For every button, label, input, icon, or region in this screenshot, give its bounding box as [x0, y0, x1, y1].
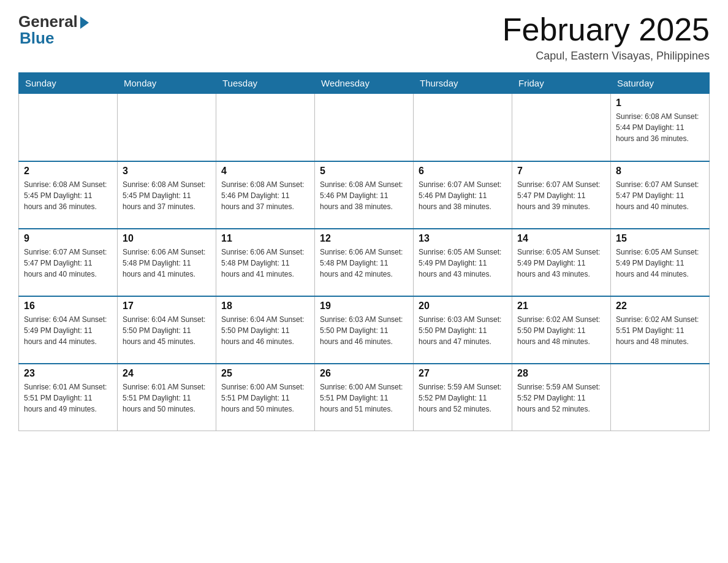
calendar-cell: 12Sunrise: 6:06 AM Sunset: 5:48 PM Dayli… — [315, 229, 414, 296]
logo-blue-text: Blue — [20, 29, 54, 48]
day-info-text: Sunrise: 6:08 AM Sunset: 5:45 PM Dayligh… — [24, 179, 112, 212]
day-info-text: Sunrise: 6:06 AM Sunset: 5:48 PM Dayligh… — [320, 247, 408, 280]
calendar-cell: 11Sunrise: 6:06 AM Sunset: 5:48 PM Dayli… — [216, 229, 315, 296]
day-number: 2 — [24, 166, 112, 177]
day-info-text: Sunrise: 6:08 AM Sunset: 5:45 PM Dayligh… — [123, 179, 211, 212]
day-info-text: Sunrise: 6:05 AM Sunset: 5:49 PM Dayligh… — [419, 247, 507, 280]
day-info-text: Sunrise: 5:59 AM Sunset: 5:52 PM Dayligh… — [517, 381, 605, 415]
month-title: February 2025 — [502, 12, 710, 47]
day-info-text: Sunrise: 5:59 AM Sunset: 5:52 PM Dayligh… — [419, 381, 507, 415]
calendar-cell: 7Sunrise: 6:07 AM Sunset: 5:47 PM Daylig… — [512, 161, 611, 229]
day-info-text: Sunrise: 6:03 AM Sunset: 5:50 PM Dayligh… — [320, 314, 408, 347]
day-of-week-header: Tuesday — [216, 73, 315, 94]
day-info-text: Sunrise: 6:02 AM Sunset: 5:50 PM Dayligh… — [517, 314, 605, 347]
calendar-cell: 10Sunrise: 6:06 AM Sunset: 5:48 PM Dayli… — [118, 229, 216, 296]
calendar-cell — [118, 94, 216, 161]
calendar-week-row: 23Sunrise: 6:01 AM Sunset: 5:51 PM Dayli… — [19, 364, 710, 431]
day-number: 24 — [123, 368, 211, 379]
calendar-cell: 13Sunrise: 6:05 AM Sunset: 5:49 PM Dayli… — [414, 229, 512, 296]
day-of-week-header: Friday — [512, 73, 611, 94]
calendar-cell: 20Sunrise: 6:03 AM Sunset: 5:50 PM Dayli… — [414, 296, 512, 364]
day-number: 18 — [221, 301, 309, 312]
day-of-week-header: Saturday — [611, 73, 710, 94]
day-info-text: Sunrise: 6:07 AM Sunset: 5:47 PM Dayligh… — [24, 247, 112, 280]
calendar-cell: 4Sunrise: 6:08 AM Sunset: 5:46 PM Daylig… — [216, 161, 315, 229]
day-of-week-header: Thursday — [414, 73, 512, 94]
day-number: 13 — [419, 233, 507, 244]
calendar-cell — [512, 94, 611, 161]
day-info-text: Sunrise: 6:00 AM Sunset: 5:51 PM Dayligh… — [320, 381, 408, 415]
title-block: February 2025 Capul, Eastern Visayas, Ph… — [502, 12, 710, 63]
calendar-cell: 24Sunrise: 6:01 AM Sunset: 5:51 PM Dayli… — [118, 364, 216, 431]
calendar-cell: 17Sunrise: 6:04 AM Sunset: 5:50 PM Dayli… — [118, 296, 216, 364]
calendar-cell: 22Sunrise: 6:02 AM Sunset: 5:51 PM Dayli… — [611, 296, 710, 364]
day-number: 21 — [517, 301, 605, 312]
day-info-text: Sunrise: 6:02 AM Sunset: 5:51 PM Dayligh… — [616, 314, 704, 347]
day-info-text: Sunrise: 6:04 AM Sunset: 5:50 PM Dayligh… — [221, 314, 309, 347]
day-number: 3 — [123, 166, 211, 177]
calendar-table: SundayMondayTuesdayWednesdayThursdayFrid… — [18, 72, 710, 431]
day-of-week-header: Sunday — [19, 73, 118, 94]
day-info-text: Sunrise: 6:05 AM Sunset: 5:49 PM Dayligh… — [616, 247, 704, 280]
day-info-text: Sunrise: 6:04 AM Sunset: 5:49 PM Dayligh… — [24, 314, 112, 347]
day-number: 15 — [616, 233, 704, 244]
day-number: 28 — [517, 368, 605, 379]
day-number: 22 — [616, 301, 704, 312]
day-number: 11 — [221, 233, 309, 244]
day-info-text: Sunrise: 6:01 AM Sunset: 5:51 PM Dayligh… — [24, 381, 112, 415]
calendar-cell: 6Sunrise: 6:07 AM Sunset: 5:46 PM Daylig… — [414, 161, 512, 229]
day-number: 5 — [320, 166, 408, 177]
day-number: 12 — [320, 233, 408, 244]
logo-arrow-icon — [80, 17, 89, 29]
day-info-text: Sunrise: 6:05 AM Sunset: 5:49 PM Dayligh… — [517, 247, 605, 280]
calendar-cell: 25Sunrise: 6:00 AM Sunset: 5:51 PM Dayli… — [216, 364, 315, 431]
calendar-cell — [414, 94, 512, 161]
day-number: 14 — [517, 233, 605, 244]
calendar-cell: 26Sunrise: 6:00 AM Sunset: 5:51 PM Dayli… — [315, 364, 414, 431]
calendar-cell: 27Sunrise: 5:59 AM Sunset: 5:52 PM Dayli… — [414, 364, 512, 431]
calendar-cell: 5Sunrise: 6:08 AM Sunset: 5:46 PM Daylig… — [315, 161, 414, 229]
calendar-header-row: SundayMondayTuesdayWednesdayThursdayFrid… — [19, 73, 710, 94]
calendar-week-row: 2Sunrise: 6:08 AM Sunset: 5:45 PM Daylig… — [19, 161, 710, 229]
calendar-cell — [611, 364, 710, 431]
location-text: Capul, Eastern Visayas, Philippines — [502, 50, 710, 63]
day-info-text: Sunrise: 6:03 AM Sunset: 5:50 PM Dayligh… — [419, 314, 507, 347]
day-info-text: Sunrise: 6:07 AM Sunset: 5:47 PM Dayligh… — [616, 179, 704, 212]
calendar-cell: 19Sunrise: 6:03 AM Sunset: 5:50 PM Dayli… — [315, 296, 414, 364]
day-info-text: Sunrise: 6:07 AM Sunset: 5:46 PM Dayligh… — [419, 179, 507, 212]
calendar-week-row: 9Sunrise: 6:07 AM Sunset: 5:47 PM Daylig… — [19, 229, 710, 296]
day-info-text: Sunrise: 6:00 AM Sunset: 5:51 PM Dayligh… — [221, 381, 309, 415]
day-number: 8 — [616, 166, 704, 177]
day-number: 17 — [123, 301, 211, 312]
day-info-text: Sunrise: 6:07 AM Sunset: 5:47 PM Dayligh… — [517, 179, 605, 212]
page-header: General Blue February 2025 Capul, Easter… — [18, 12, 710, 63]
day-info-text: Sunrise: 6:06 AM Sunset: 5:48 PM Dayligh… — [123, 247, 211, 280]
day-info-text: Sunrise: 6:01 AM Sunset: 5:51 PM Dayligh… — [123, 381, 211, 415]
calendar-cell: 21Sunrise: 6:02 AM Sunset: 5:50 PM Dayli… — [512, 296, 611, 364]
day-number: 6 — [419, 166, 507, 177]
calendar-week-row: 16Sunrise: 6:04 AM Sunset: 5:49 PM Dayli… — [19, 296, 710, 364]
calendar-cell: 23Sunrise: 6:01 AM Sunset: 5:51 PM Dayli… — [19, 364, 118, 431]
day-of-week-header: Monday — [118, 73, 216, 94]
calendar-cell: 1Sunrise: 6:08 AM Sunset: 5:44 PM Daylig… — [611, 94, 710, 161]
day-number: 23 — [24, 368, 112, 379]
day-info-text: Sunrise: 6:08 AM Sunset: 5:46 PM Dayligh… — [320, 179, 408, 212]
calendar-cell — [216, 94, 315, 161]
day-info-text: Sunrise: 6:04 AM Sunset: 5:50 PM Dayligh… — [123, 314, 211, 347]
calendar-cell: 3Sunrise: 6:08 AM Sunset: 5:45 PM Daylig… — [118, 161, 216, 229]
calendar-cell: 18Sunrise: 6:04 AM Sunset: 5:50 PM Dayli… — [216, 296, 315, 364]
calendar-cell — [19, 94, 118, 161]
day-number: 19 — [320, 301, 408, 312]
day-number: 1 — [616, 98, 704, 109]
calendar-cell: 15Sunrise: 6:05 AM Sunset: 5:49 PM Dayli… — [611, 229, 710, 296]
day-number: 4 — [221, 166, 309, 177]
calendar-cell: 2Sunrise: 6:08 AM Sunset: 5:45 PM Daylig… — [19, 161, 118, 229]
day-info-text: Sunrise: 6:06 AM Sunset: 5:48 PM Dayligh… — [221, 247, 309, 280]
day-info-text: Sunrise: 6:08 AM Sunset: 5:44 PM Dayligh… — [616, 111, 704, 144]
calendar-cell: 8Sunrise: 6:07 AM Sunset: 5:47 PM Daylig… — [611, 161, 710, 229]
day-number: 16 — [24, 301, 112, 312]
day-number: 20 — [419, 301, 507, 312]
calendar-cell: 14Sunrise: 6:05 AM Sunset: 5:49 PM Dayli… — [512, 229, 611, 296]
calendar-cell — [315, 94, 414, 161]
day-of-week-header: Wednesday — [315, 73, 414, 94]
